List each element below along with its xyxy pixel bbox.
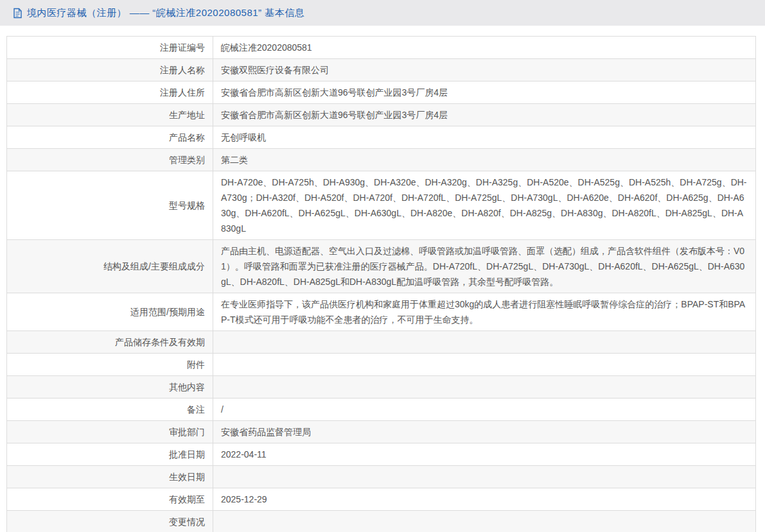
row-value: 安徽双熙医疗设备有限公司 bbox=[213, 59, 756, 82]
registration-info-table: 注册证编号 皖械注准20202080581 注册人名称 安徽双熙医疗设备有限公司… bbox=[6, 36, 756, 532]
row-label: 注册人名称 bbox=[7, 59, 213, 82]
row-label: 注册人住所 bbox=[7, 82, 213, 104]
row-label: 产品名称 bbox=[7, 126, 213, 149]
row-label: 产品储存条件及有效期 bbox=[7, 331, 213, 354]
row-label: 其他内容 bbox=[7, 376, 213, 399]
row-value: / bbox=[213, 399, 756, 421]
row-label: 附件 bbox=[7, 354, 213, 376]
row-label: 管理类别 bbox=[7, 149, 213, 171]
table-row-management-class: 管理类别 第二类 bbox=[7, 149, 756, 171]
page: 境内医疗器械（注册） —— “皖械注准20202080581” 基本信息 注册证… bbox=[0, 0, 765, 532]
table-row-intended-use: 适用范围/预期用途 在专业医师指导下，该产品供医疗机构和家庭用于体重超过30kg… bbox=[7, 293, 756, 331]
table-row-effective-date: 生效日期 bbox=[7, 466, 756, 488]
row-value: 安徽省药品监督管理局 bbox=[213, 421, 756, 443]
row-value: 在专业医师指导下，该产品供医疗机构和家庭用于体重超过30kg的成人患者进行阻塞性… bbox=[213, 293, 756, 331]
table-row-production-address: 生产地址 安徽省合肥市高新区创新大道96号联创产业园3号厂房4层 bbox=[7, 104, 756, 126]
row-value bbox=[213, 354, 756, 376]
page-title: 境内医疗器械（注册） —— “皖械注准20202080581” 基本信息 bbox=[27, 7, 304, 19]
row-label: 生效日期 bbox=[7, 466, 213, 488]
table-row-approval-department: 审批部门 安徽省药品监督管理局 bbox=[7, 421, 756, 443]
row-value: 安徽省合肥市高新区创新大道96号联创产业园3号厂房4层 bbox=[213, 82, 756, 104]
row-value: 皖械注准20202080581 bbox=[213, 37, 756, 59]
row-label: 生产地址 bbox=[7, 104, 213, 126]
row-label: 审批部门 bbox=[7, 421, 213, 443]
table-row-remarks: 备注 / bbox=[7, 399, 756, 421]
row-label: 型号规格 bbox=[7, 171, 213, 240]
row-label: 有效期至 bbox=[7, 488, 213, 511]
row-label: 结构及组成/主要组成成分 bbox=[7, 240, 213, 293]
table-row-product-name: 产品名称 无创呼吸机 bbox=[7, 126, 756, 149]
document-icon bbox=[13, 8, 22, 19]
table-row-change-status: 变更情况 bbox=[7, 511, 756, 532]
row-value: 无创呼吸机 bbox=[213, 126, 756, 149]
row-value bbox=[213, 466, 756, 488]
table-row-registrant-address: 注册人住所 安徽省合肥市高新区创新大道96号联创产业园3号厂房4层 bbox=[7, 82, 756, 104]
row-value: DH-A720e、DH-A725h、DH-A930g、DH-A320e、DH-A… bbox=[213, 171, 756, 240]
page-header: 境内医疗器械（注册） —— “皖械注准20202080581” 基本信息 bbox=[0, 0, 765, 26]
row-label: 批准日期 bbox=[7, 443, 213, 466]
row-value: 第二类 bbox=[213, 149, 756, 171]
row-label: 适用范围/预期用途 bbox=[7, 293, 213, 331]
table-row-model-spec: 型号规格 DH-A720e、DH-A725h、DH-A930g、DH-A320e… bbox=[7, 171, 756, 240]
row-value bbox=[213, 331, 756, 354]
row-value bbox=[213, 376, 756, 399]
row-label: 注册证编号 bbox=[7, 37, 213, 59]
row-value: 2022-04-11 bbox=[213, 443, 756, 466]
row-value bbox=[213, 511, 756, 532]
table-row-registrant-name: 注册人名称 安徽双熙医疗设备有限公司 bbox=[7, 59, 756, 82]
row-value: 2025-12-29 bbox=[213, 488, 756, 511]
table-row-approval-date: 批准日期 2022-04-11 bbox=[7, 443, 756, 466]
row-value: 产品由主机、电源适配器、空气出入口及过滤棉、呼吸管路或加温呼吸管路、面罩（选配）… bbox=[213, 240, 756, 293]
table-row-other-content: 其他内容 bbox=[7, 376, 756, 399]
table-row-storage-conditions: 产品储存条件及有效期 bbox=[7, 331, 756, 354]
row-label: 备注 bbox=[7, 399, 213, 421]
table-row-reg-cert-no: 注册证编号 皖械注准20202080581 bbox=[7, 37, 756, 59]
table-row-attachments: 附件 bbox=[7, 354, 756, 376]
row-label: 变更情况 bbox=[7, 511, 213, 532]
table-row-valid-until: 有效期至 2025-12-29 bbox=[7, 488, 756, 511]
table-row-structure-composition: 结构及组成/主要组成成分 产品由主机、电源适配器、空气出入口及过滤棉、呼吸管路或… bbox=[7, 240, 756, 293]
row-value: 安徽省合肥市高新区创新大道96号联创产业园3号厂房4层 bbox=[213, 104, 756, 126]
